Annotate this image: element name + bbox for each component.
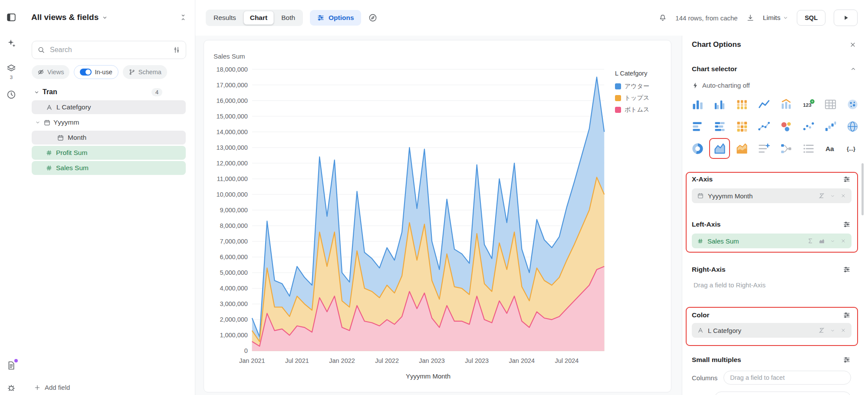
x-axis-field-pill[interactable]: Yyyymm Month [692, 188, 852, 203]
chart-type-globe-map[interactable] [845, 118, 860, 134]
row-count-status: 144 rows, from cache [675, 14, 737, 22]
download-icon[interactable] [746, 13, 755, 22]
svg-text:Jan 2024: Jan 2024 [509, 357, 535, 364]
chart-type-area-chart[interactable] [712, 141, 727, 156]
field-profit-sum[interactable]: Profit Sum [32, 146, 186, 160]
svg-text:0: 0 [244, 347, 248, 354]
right-axis-drop-zone[interactable]: Drag a field to Right-Axis [694, 281, 766, 289]
right-axis-header: Right-Axis [692, 265, 851, 274]
chevron-down-icon[interactable] [830, 193, 835, 199]
chart-type-big-number[interactable]: 123+ [800, 96, 816, 112]
icon-rail: 3 [0, 0, 23, 395]
remove-field-icon[interactable] [840, 193, 846, 199]
chart-type-flow-chart[interactable] [778, 141, 794, 156]
left-axis-field-pill[interactable]: Sales Sum [692, 234, 852, 248]
series-type-icon[interactable] [819, 238, 825, 244]
tab-results[interactable]: Results [207, 11, 243, 25]
color-header: Color [692, 310, 851, 320]
chart-type-table[interactable] [822, 96, 838, 112]
chevron-down-icon[interactable] [102, 14, 108, 21]
chip-views[interactable]: Views [32, 65, 69, 79]
tree-group-tran[interactable]: Tran 4 [32, 85, 186, 99]
left-axis-label: Left-Axis [692, 221, 720, 228]
chart-type-bubble-chart[interactable] [778, 118, 794, 134]
chart-legend: L Catefgory アウター トップス ボトムス [615, 70, 669, 118]
aggregation-disabled-icon[interactable] [818, 192, 825, 199]
filter-sliders-icon[interactable] [173, 46, 181, 54]
chart-type-heatmap[interactable] [734, 118, 750, 134]
bug-icon[interactable] [6, 382, 16, 393]
chart-type-bar-chart[interactable] [690, 96, 705, 112]
small-multiples-settings-icon[interactable] [843, 356, 851, 364]
limits-dropdown[interactable]: Limits [763, 14, 789, 22]
svg-text:{...}: {...} [846, 146, 855, 152]
remove-field-icon[interactable] [840, 238, 846, 244]
options-button[interactable]: Options [310, 10, 361, 26]
right-axis-settings-icon[interactable] [843, 266, 851, 273]
collapse-panel-icon[interactable] [179, 13, 187, 21]
close-icon[interactable] [849, 41, 857, 49]
chart-type-horizontal-bar-chart[interactable] [690, 118, 705, 134]
history-clock-icon[interactable] [6, 89, 16, 100]
left-axis-settings-icon[interactable] [843, 221, 851, 228]
panel-scrollbar[interactable] [861, 163, 864, 215]
search-box[interactable] [32, 41, 186, 59]
chart-type-grouped-bar-chart[interactable] [712, 96, 727, 112]
limits-label: Limits [763, 14, 780, 22]
small-multiples-header: Small multiples [692, 355, 851, 365]
tab-chart[interactable]: Chart [243, 11, 274, 25]
chart-type-list-add[interactable] [756, 141, 772, 156]
chart-type-combo-chart[interactable] [778, 96, 794, 112]
chart-type-donut-chart[interactable] [690, 141, 705, 156]
add-field-button[interactable]: Add field [34, 384, 70, 391]
color-field-pill[interactable]: L Catefgory [692, 323, 852, 338]
chart-type-stacked-bar-chart[interactable] [734, 96, 750, 112]
svg-text:16,000,000: 16,000,000 [216, 97, 247, 104]
chart-type-line-chart[interactable] [756, 96, 772, 112]
chart-type-stacked-horizontal-bar-chart[interactable] [712, 118, 727, 134]
legend-item[interactable]: アウター [615, 82, 669, 90]
chart-type-waterfall-chart[interactable] [822, 118, 838, 134]
chart-type-symbol-map[interactable] [845, 96, 860, 112]
field-yyyymm[interactable]: Yyyymm [32, 115, 186, 129]
chart-type-stacked-area-chart[interactable] [734, 141, 750, 156]
compass-icon[interactable] [368, 13, 378, 23]
chart-type-json[interactable]: {...} [845, 141, 860, 156]
columns-drop-zone[interactable]: Drag a field to facet [723, 371, 851, 385]
sales-area-chart[interactable]: 01,000,0002,000,0003,000,0004,000,0005,0… [204, 40, 671, 392]
calendar-icon [43, 119, 51, 126]
chart-type-scatter-plot[interactable] [756, 118, 772, 134]
tab-both[interactable]: Both [275, 11, 302, 25]
ai-sparkles-icon[interactable] [6, 38, 16, 49]
field-l-catefgory[interactable]: L Catefgory [32, 100, 186, 114]
run-query-button[interactable] [834, 10, 858, 26]
auto-charting-toggle[interactable]: Auto-charting off [692, 82, 750, 89]
chevron-down-icon[interactable] [830, 328, 835, 333]
field-month[interactable]: Month [32, 131, 186, 145]
chip-schema[interactable]: Schema [123, 65, 167, 79]
search-input[interactable] [49, 46, 169, 54]
chart-type-dot-plot[interactable] [800, 118, 816, 134]
legend-item[interactable]: ボトムス [615, 106, 669, 114]
svg-text:Jul 2024: Jul 2024 [555, 357, 579, 364]
right-axis-label: Right-Axis [692, 266, 726, 273]
color-settings-icon[interactable] [843, 311, 851, 319]
legend-item[interactable]: トップス [615, 94, 669, 102]
x-axis-settings-icon[interactable] [843, 175, 851, 183]
chart-type-list[interactable] [800, 141, 816, 156]
chevron-down-icon[interactable] [830, 238, 835, 244]
rows-drop-zone[interactable]: Drag a field to facet [714, 392, 851, 395]
aggregation-disabled-icon[interactable] [818, 327, 825, 334]
chip-in-use[interactable]: In-use [74, 65, 118, 79]
aggregation-icon[interactable] [807, 237, 814, 244]
layers-icon[interactable] [6, 63, 16, 74]
sql-button[interactable]: SQL [797, 10, 825, 26]
sidebar: All views & fields Views In-use Schema [23, 0, 195, 395]
chart-type-text[interactable]: Aa [822, 141, 838, 156]
remove-field-icon[interactable] [840, 327, 846, 333]
chart-selector-header[interactable]: Chart selector [692, 64, 857, 74]
notifications-icon[interactable] [658, 13, 667, 22]
sidebar-toggle-icon[interactable] [6, 12, 16, 23]
document-icon[interactable] [6, 360, 16, 371]
field-sales-sum[interactable]: Sales Sum [32, 161, 186, 175]
